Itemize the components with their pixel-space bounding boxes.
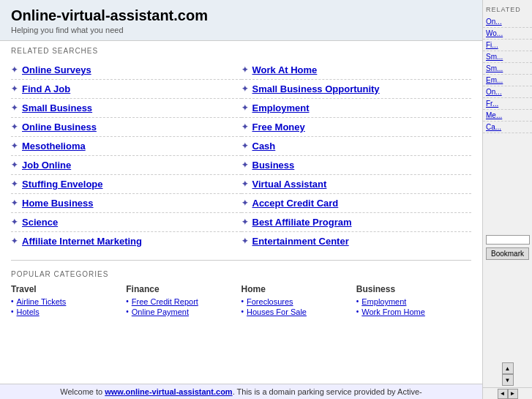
link-small-business-opportunity[interactable]: Small Business Opportunity: [252, 83, 380, 94]
right-link[interactable]: Fr...: [483, 98, 532, 110]
category-title-business: Business: [356, 284, 471, 294]
arrow-icon: ✦: [241, 103, 248, 113]
link-online-business[interactable]: Online Business: [22, 122, 97, 133]
site-title: Online-virtual-assistant.com: [11, 7, 471, 24]
link-find-a-job[interactable]: Find A Job: [22, 83, 70, 94]
related-label: RELATED SEARCHES: [11, 47, 471, 55]
right-link[interactable]: On...: [483, 86, 532, 98]
link-online-payment[interactable]: Online Payment: [132, 307, 189, 316]
link-hotels[interactable]: Hotels: [17, 307, 40, 316]
right-link[interactable]: On...: [483, 16, 532, 28]
bottom-text-after: . This is a domain parking service provi…: [233, 387, 422, 396]
link-employment-cat[interactable]: Employment: [361, 297, 406, 306]
arrow-icon: ✦: [241, 160, 248, 170]
link-work-at-home[interactable]: Work At Home: [252, 64, 318, 75]
list-item: • Airline Tickets: [11, 297, 126, 306]
arrow-icon: ✦: [241, 198, 248, 208]
list-item: ✦ Best Affiliate Program: [241, 213, 472, 232]
category-finance: Finance • Free Credit Report • Online Pa…: [126, 284, 241, 318]
arrow-icon: ✦: [241, 84, 248, 94]
link-affiliate-internet-marketing[interactable]: Affiliate Internet Marketing: [22, 236, 142, 247]
list-item: ✦ Business: [241, 156, 472, 175]
link-free-credit-report[interactable]: Free Credit Report: [132, 297, 198, 306]
list-item: ✦ Stuffing Envelope: [11, 175, 241, 194]
link-science[interactable]: Science: [22, 217, 58, 228]
right-link[interactable]: Wo...: [483, 28, 532, 40]
link-home-business[interactable]: Home Business: [22, 198, 94, 209]
bullet-icon: •: [241, 297, 244, 305]
link-free-money[interactable]: Free Money: [252, 122, 305, 133]
scroll-down-button[interactable]: ▼: [502, 374, 514, 386]
link-foreclosures[interactable]: Foreclosures: [247, 297, 293, 306]
bottom-site-link[interactable]: www.online-virtual-assistant.com: [105, 387, 232, 396]
link-business[interactable]: Business: [252, 160, 295, 171]
list-item: • Hotels: [11, 307, 126, 316]
category-title-finance: Finance: [126, 284, 241, 294]
arrow-icon: ✦: [241, 141, 248, 151]
list-item: ✦ Free Money: [241, 118, 472, 137]
link-houses-for-sale[interactable]: Houses For Sale: [247, 307, 307, 316]
list-item: • Free Credit Report: [126, 297, 241, 306]
arrow-icon: ✦: [11, 122, 18, 132]
arrow-icon: ✦: [11, 141, 18, 151]
list-item: • Employment: [356, 297, 471, 306]
list-item: ✦ Small Business: [11, 99, 241, 118]
bullet-icon: •: [11, 307, 14, 316]
bullet-icon: •: [241, 307, 244, 316]
link-cash[interactable]: Cash: [252, 141, 276, 152]
right-link[interactable]: Me...: [483, 110, 532, 122]
link-online-surveys[interactable]: Online Surveys: [22, 64, 91, 75]
bullet-icon: •: [126, 297, 129, 305]
right-link[interactable]: Ca...: [483, 122, 532, 133]
arrow-icon: ✦: [11, 160, 18, 170]
list-item: ✦ Mesothelioma: [11, 137, 241, 156]
list-item: • Houses For Sale: [241, 307, 356, 316]
link-employment[interactable]: Employment: [252, 102, 310, 113]
scroll-left-button[interactable]: ◄: [498, 389, 508, 399]
list-item: ✦ Online Surveys: [11, 61, 241, 80]
right-link[interactable]: Em...: [483, 75, 532, 86]
arrow-icon: ✦: [241, 236, 248, 246]
link-work-from-home[interactable]: Work From Home: [361, 307, 425, 316]
list-item: ✦ Cash: [241, 137, 472, 156]
bullet-icon: •: [11, 297, 14, 305]
link-stuffing-envelope[interactable]: Stuffing Envelope: [22, 179, 103, 190]
arrow-icon: ✦: [11, 179, 18, 189]
related-section: RELATED SEARCHES ✦ Online Surveys ✦ Find…: [0, 41, 482, 254]
link-entertainment-center[interactable]: Entertainment Center: [252, 236, 349, 247]
bookmark-button[interactable]: Bookmark: [486, 247, 529, 260]
arrow-icon: ✦: [11, 103, 18, 113]
scroll-up-button[interactable]: ▲: [502, 362, 514, 374]
list-item: ✦ Employment: [241, 99, 472, 118]
links-grid: ✦ Online Surveys ✦ Find A Job ✦ Small Bu…: [11, 61, 471, 250]
bookmark-input[interactable]: [486, 235, 530, 245]
arrow-icon: ✦: [11, 198, 18, 208]
link-virtual-assistant[interactable]: Virtual Assistant: [252, 179, 327, 190]
right-link[interactable]: Sm...: [483, 51, 532, 63]
bullet-icon: •: [356, 297, 359, 305]
link-small-business[interactable]: Small Business: [22, 102, 92, 113]
right-panel: RELATED On... Wo... Fi... Sm... Sm... Em…: [482, 0, 532, 399]
list-item: • Foreclosures: [241, 297, 356, 306]
left-links-column: ✦ Online Surveys ✦ Find A Job ✦ Small Bu…: [11, 61, 241, 250]
link-airline-tickets[interactable]: Airline Tickets: [17, 297, 67, 306]
list-item: ✦ Home Business: [11, 194, 241, 213]
arrow-icon: ✦: [241, 65, 248, 75]
categories-grid: Travel • Airline Tickets • Hotels Financ…: [11, 284, 471, 318]
link-job-online[interactable]: Job Online: [22, 160, 71, 171]
site-subtitle: Helping you find what you need: [11, 26, 471, 34]
right-link[interactable]: Sm...: [483, 63, 532, 75]
right-link[interactable]: Fi...: [483, 40, 532, 51]
category-home: Home • Foreclosures • Houses For Sale: [241, 284, 356, 318]
link-mesothelioma[interactable]: Mesothelioma: [22, 141, 86, 152]
list-item: • Online Payment: [126, 307, 241, 316]
arrow-icon: ✦: [241, 217, 248, 227]
horizontal-scrollbar: ◄ ►: [483, 387, 532, 399]
link-best-affiliate-program[interactable]: Best Affiliate Program: [252, 217, 352, 228]
list-item: ✦ Small Business Opportunity: [241, 80, 472, 99]
right-bottom: Bookmark: [483, 232, 532, 263]
arrow-icon: ✦: [241, 179, 248, 189]
arrow-icon: ✦: [11, 65, 18, 75]
scroll-right-button[interactable]: ►: [508, 389, 518, 399]
link-accept-credit-card[interactable]: Accept Credit Card: [252, 198, 339, 209]
